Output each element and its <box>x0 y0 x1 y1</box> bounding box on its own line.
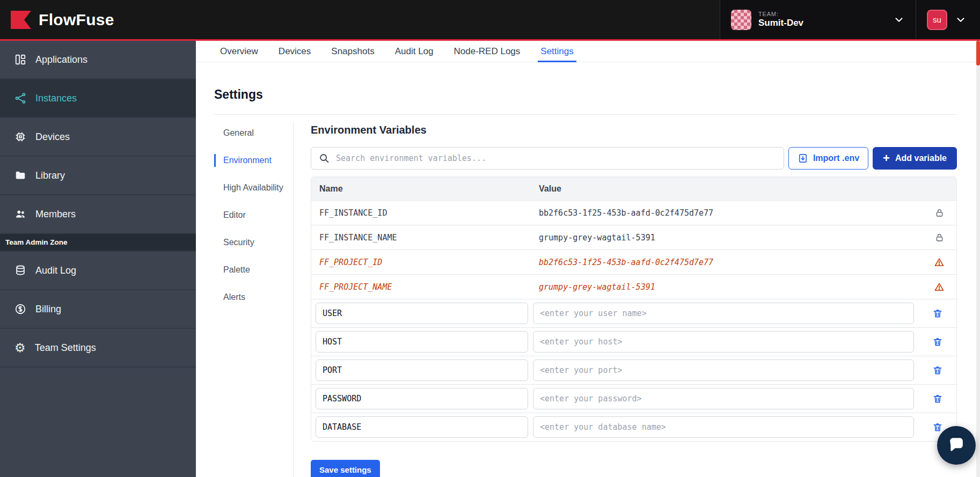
trash-icon <box>932 308 943 319</box>
tab-audit-log[interactable]: Audit Log <box>395 41 434 62</box>
sidebar-item-label: Devices <box>35 131 70 143</box>
env-var-row <box>311 356 956 384</box>
devices-icon <box>14 131 26 143</box>
delete-variable-button[interactable] <box>930 306 945 321</box>
search-box <box>311 147 784 170</box>
env-toolbar: Import .env + Add variable <box>311 147 957 170</box>
env-var-name: FF_PROJECT_ID <box>311 258 539 267</box>
trash-icon <box>932 336 943 347</box>
sidebar-item-label: Members <box>35 209 76 220</box>
tab-devices[interactable]: Devices <box>279 41 311 62</box>
env-value-input[interactable] <box>533 388 914 409</box>
env-var-row <box>311 327 956 356</box>
gear-icon: ⚙ <box>14 342 26 354</box>
sidebar-item-label: Applications <box>35 54 87 65</box>
scrollbar-thumb[interactable] <box>976 41 980 65</box>
subnav-security[interactable]: Security <box>214 236 293 249</box>
chat-icon <box>946 435 967 456</box>
topbar: FlowFuse TEAM: Sumit-Dev su <box>0 0 980 41</box>
sidebar-item-members[interactable]: Members <box>0 195 196 234</box>
search-icon <box>318 152 330 164</box>
add-variable-button[interactable]: + Add variable <box>873 147 957 170</box>
env-name-input[interactable] <box>316 416 528 438</box>
tab-snapshots[interactable]: Snapshots <box>331 41 374 62</box>
env-var-value: bb2f6c53-1f25-453b-aafd-0c2f475d7e77 <box>539 258 922 267</box>
applications-icon <box>14 54 26 65</box>
sidebar-item-team-settings[interactable]: ⚙ Team Settings <box>0 329 196 368</box>
subnav-environment[interactable]: Environment <box>214 154 293 167</box>
sidebar-item-label: Library <box>35 170 65 181</box>
env-var-name: FF_INSTANCE_NAME <box>311 233 539 243</box>
trash-icon <box>932 422 943 432</box>
audit-log-icon <box>14 265 26 276</box>
settings-content: Settings General Environment High Availa… <box>196 62 976 477</box>
instance-tabs: Overview Devices Snapshots Audit Log Nod… <box>196 41 976 62</box>
sidebar-item-library[interactable]: Library <box>0 157 196 195</box>
env-name-input[interactable] <box>316 331 528 353</box>
env-value-input[interactable] <box>533 359 914 381</box>
env-table-header: Name Value <box>311 177 956 200</box>
subnav-editor[interactable]: Editor <box>214 209 293 222</box>
page-title: Settings <box>214 87 957 102</box>
subnav-palette[interactable]: Palette <box>214 263 293 276</box>
delete-variable-button[interactable] <box>930 363 945 378</box>
warning-icon <box>934 257 945 268</box>
env-value-input[interactable] <box>533 331 914 353</box>
warning-icon <box>934 282 945 292</box>
sidebar-item-instances[interactable]: Instances <box>0 79 196 118</box>
env-name-input[interactable] <box>316 359 528 381</box>
user-menu[interactable]: su <box>916 0 980 39</box>
import-env-button[interactable]: Import .env <box>788 147 868 170</box>
lock-icon <box>934 208 945 218</box>
main-area: Overview Devices Snapshots Audit Log Nod… <box>196 41 976 477</box>
delete-variable-button[interactable] <box>930 334 945 349</box>
sidebar: Applications Instances Devices Library M… <box>0 41 196 477</box>
sidebar-item-devices[interactable]: Devices <box>0 118 196 157</box>
env-var-value: grumpy-grey-wagtail-5391 <box>539 282 922 292</box>
row-action-cell <box>919 334 956 349</box>
subnav-high-availability[interactable]: High Availability <box>214 181 293 194</box>
env-var-value: bb2f6c53-1f25-453b-aafd-0c2f475d7e77 <box>539 208 922 218</box>
env-var-row: FF_PROJECT_ID bb2f6c53-1f25-453b-aafd-0c… <box>311 249 956 274</box>
search-input[interactable] <box>311 147 784 170</box>
members-icon <box>14 208 26 220</box>
team-avatar <box>731 10 751 30</box>
topbar-right: TEAM: Sumit-Dev su <box>720 0 980 39</box>
title-divider <box>214 114 957 115</box>
team-label: TEAM: <box>758 11 803 18</box>
chevron-down-icon <box>955 14 967 26</box>
sidebar-item-applications[interactable]: Applications <box>0 41 196 79</box>
delete-variable-button[interactable] <box>930 391 945 406</box>
sidebar-item-billing[interactable]: Billing <box>0 290 196 329</box>
brand: FlowFuse <box>0 0 720 39</box>
instances-icon <box>14 92 26 104</box>
env-var-row: FF_PROJECT_NAME grumpy-grey-wagtail-5391 <box>311 274 956 299</box>
chat-widget-button[interactable] <box>937 426 976 465</box>
sidebar-item-label: Team Settings <box>35 342 96 354</box>
subnav-general[interactable]: General <box>214 127 293 140</box>
tab-settings[interactable]: Settings <box>540 41 573 62</box>
sidebar-item-label: Billing <box>35 304 61 315</box>
row-action-cell <box>922 257 956 268</box>
tab-overview[interactable]: Overview <box>220 41 258 62</box>
column-header-name: Name <box>311 184 539 194</box>
flowfuse-logo-icon[interactable] <box>10 10 32 30</box>
tab-node-red-logs[interactable]: Node-RED Logs <box>454 41 521 62</box>
env-name-input[interactable] <box>316 388 528 409</box>
env-var-name: FF_INSTANCE_ID <box>311 208 539 218</box>
env-value-input[interactable] <box>533 416 914 438</box>
env-value-input[interactable] <box>533 303 914 324</box>
subnav-alerts[interactable]: Alerts <box>214 291 293 304</box>
row-action-cell <box>919 391 956 406</box>
lock-icon <box>934 232 945 243</box>
team-meta: TEAM: Sumit-Dev <box>758 11 803 29</box>
sidebar-item-audit-log[interactable]: Audit Log <box>0 252 196 290</box>
chevron-down-icon <box>893 14 905 26</box>
team-selector[interactable]: TEAM: Sumit-Dev <box>720 0 916 39</box>
team-name: Sumit-Dev <box>758 18 803 28</box>
env-var-row <box>311 384 956 413</box>
env-name-input[interactable] <box>316 303 528 324</box>
save-settings-button[interactable]: Save settings <box>311 460 380 477</box>
team-admin-zone-label: Team Admin Zone <box>0 234 196 252</box>
scrollbar-track <box>976 41 980 477</box>
